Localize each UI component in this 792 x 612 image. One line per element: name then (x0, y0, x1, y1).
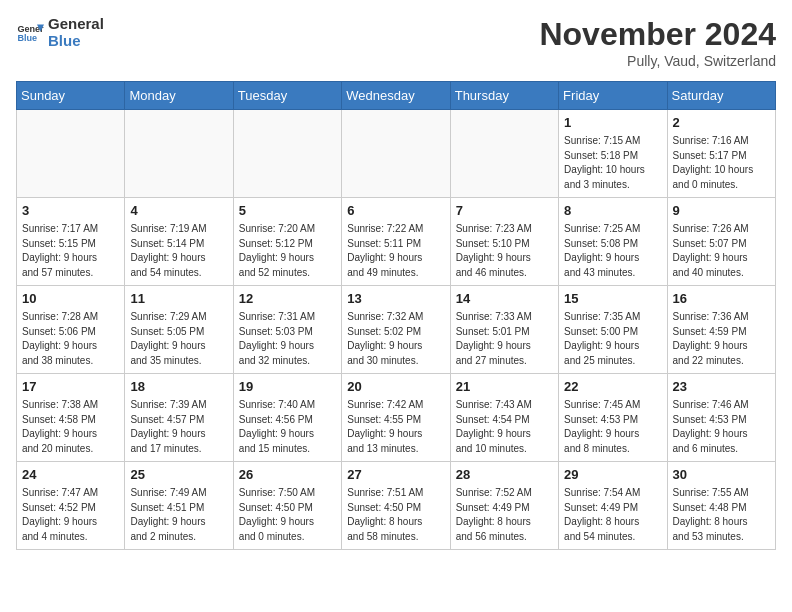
calendar-cell: 18Sunrise: 7:39 AMSunset: 4:57 PMDayligh… (125, 374, 233, 462)
logo: General Blue General Blue (16, 16, 104, 49)
day-info: Sunrise: 7:54 AMSunset: 4:49 PMDaylight:… (564, 486, 661, 544)
calendar-cell: 25Sunrise: 7:49 AMSunset: 4:51 PMDayligh… (125, 462, 233, 550)
day-number: 28 (456, 466, 553, 484)
week-row: 10Sunrise: 7:28 AMSunset: 5:06 PMDayligh… (17, 286, 776, 374)
day-info: Sunrise: 7:33 AMSunset: 5:01 PMDaylight:… (456, 310, 553, 368)
day-info: Sunrise: 7:42 AMSunset: 4:55 PMDaylight:… (347, 398, 444, 456)
calendar-cell: 24Sunrise: 7:47 AMSunset: 4:52 PMDayligh… (17, 462, 125, 550)
day-info: Sunrise: 7:43 AMSunset: 4:54 PMDaylight:… (456, 398, 553, 456)
calendar-cell: 13Sunrise: 7:32 AMSunset: 5:02 PMDayligh… (342, 286, 450, 374)
title-block: November 2024 Pully, Vaud, Switzerland (539, 16, 776, 69)
week-row: 17Sunrise: 7:38 AMSunset: 4:58 PMDayligh… (17, 374, 776, 462)
calendar: SundayMondayTuesdayWednesdayThursdayFrid… (16, 81, 776, 550)
weekday-header: Saturday (667, 82, 775, 110)
logo-icon: General Blue (16, 19, 44, 47)
day-number: 20 (347, 378, 444, 396)
day-number: 19 (239, 378, 336, 396)
week-row: 1Sunrise: 7:15 AMSunset: 5:18 PMDaylight… (17, 110, 776, 198)
day-info: Sunrise: 7:29 AMSunset: 5:05 PMDaylight:… (130, 310, 227, 368)
day-number: 30 (673, 466, 770, 484)
day-number: 14 (456, 290, 553, 308)
day-number: 22 (564, 378, 661, 396)
calendar-cell: 1Sunrise: 7:15 AMSunset: 5:18 PMDaylight… (559, 110, 667, 198)
day-info: Sunrise: 7:20 AMSunset: 5:12 PMDaylight:… (239, 222, 336, 280)
day-number: 1 (564, 114, 661, 132)
day-info: Sunrise: 7:39 AMSunset: 4:57 PMDaylight:… (130, 398, 227, 456)
day-number: 11 (130, 290, 227, 308)
calendar-cell: 4Sunrise: 7:19 AMSunset: 5:14 PMDaylight… (125, 198, 233, 286)
day-number: 4 (130, 202, 227, 220)
day-number: 9 (673, 202, 770, 220)
day-info: Sunrise: 7:55 AMSunset: 4:48 PMDaylight:… (673, 486, 770, 544)
day-number: 10 (22, 290, 119, 308)
day-number: 23 (673, 378, 770, 396)
day-info: Sunrise: 7:52 AMSunset: 4:49 PMDaylight:… (456, 486, 553, 544)
day-number: 16 (673, 290, 770, 308)
calendar-cell: 16Sunrise: 7:36 AMSunset: 4:59 PMDayligh… (667, 286, 775, 374)
day-info: Sunrise: 7:50 AMSunset: 4:50 PMDaylight:… (239, 486, 336, 544)
day-info: Sunrise: 7:49 AMSunset: 4:51 PMDaylight:… (130, 486, 227, 544)
weekday-header: Friday (559, 82, 667, 110)
calendar-cell: 17Sunrise: 7:38 AMSunset: 4:58 PMDayligh… (17, 374, 125, 462)
weekday-header: Tuesday (233, 82, 341, 110)
calendar-cell: 22Sunrise: 7:45 AMSunset: 4:53 PMDayligh… (559, 374, 667, 462)
day-info: Sunrise: 7:46 AMSunset: 4:53 PMDaylight:… (673, 398, 770, 456)
day-info: Sunrise: 7:22 AMSunset: 5:11 PMDaylight:… (347, 222, 444, 280)
day-number: 29 (564, 466, 661, 484)
day-number: 3 (22, 202, 119, 220)
calendar-cell (233, 110, 341, 198)
week-row: 24Sunrise: 7:47 AMSunset: 4:52 PMDayligh… (17, 462, 776, 550)
calendar-cell: 11Sunrise: 7:29 AMSunset: 5:05 PMDayligh… (125, 286, 233, 374)
day-number: 5 (239, 202, 336, 220)
calendar-cell: 14Sunrise: 7:33 AMSunset: 5:01 PMDayligh… (450, 286, 558, 374)
calendar-cell: 5Sunrise: 7:20 AMSunset: 5:12 PMDaylight… (233, 198, 341, 286)
day-info: Sunrise: 7:36 AMSunset: 4:59 PMDaylight:… (673, 310, 770, 368)
calendar-cell: 2Sunrise: 7:16 AMSunset: 5:17 PMDaylight… (667, 110, 775, 198)
svg-text:Blue: Blue (17, 33, 37, 43)
calendar-cell: 19Sunrise: 7:40 AMSunset: 4:56 PMDayligh… (233, 374, 341, 462)
calendar-header-row: SundayMondayTuesdayWednesdayThursdayFrid… (17, 82, 776, 110)
calendar-cell: 9Sunrise: 7:26 AMSunset: 5:07 PMDaylight… (667, 198, 775, 286)
day-info: Sunrise: 7:31 AMSunset: 5:03 PMDaylight:… (239, 310, 336, 368)
calendar-cell: 28Sunrise: 7:52 AMSunset: 4:49 PMDayligh… (450, 462, 558, 550)
day-info: Sunrise: 7:38 AMSunset: 4:58 PMDaylight:… (22, 398, 119, 456)
weekday-header: Monday (125, 82, 233, 110)
weekday-header: Thursday (450, 82, 558, 110)
day-info: Sunrise: 7:23 AMSunset: 5:10 PMDaylight:… (456, 222, 553, 280)
day-info: Sunrise: 7:47 AMSunset: 4:52 PMDaylight:… (22, 486, 119, 544)
calendar-cell: 15Sunrise: 7:35 AMSunset: 5:00 PMDayligh… (559, 286, 667, 374)
day-info: Sunrise: 7:45 AMSunset: 4:53 PMDaylight:… (564, 398, 661, 456)
day-number: 7 (456, 202, 553, 220)
day-number: 6 (347, 202, 444, 220)
day-info: Sunrise: 7:16 AMSunset: 5:17 PMDaylight:… (673, 134, 770, 192)
day-info: Sunrise: 7:15 AMSunset: 5:18 PMDaylight:… (564, 134, 661, 192)
day-number: 2 (673, 114, 770, 132)
day-info: Sunrise: 7:40 AMSunset: 4:56 PMDaylight:… (239, 398, 336, 456)
day-number: 13 (347, 290, 444, 308)
day-number: 25 (130, 466, 227, 484)
calendar-cell: 21Sunrise: 7:43 AMSunset: 4:54 PMDayligh… (450, 374, 558, 462)
calendar-cell: 30Sunrise: 7:55 AMSunset: 4:48 PMDayligh… (667, 462, 775, 550)
day-info: Sunrise: 7:19 AMSunset: 5:14 PMDaylight:… (130, 222, 227, 280)
calendar-cell: 8Sunrise: 7:25 AMSunset: 5:08 PMDaylight… (559, 198, 667, 286)
calendar-cell (342, 110, 450, 198)
calendar-cell: 27Sunrise: 7:51 AMSunset: 4:50 PMDayligh… (342, 462, 450, 550)
calendar-cell: 6Sunrise: 7:22 AMSunset: 5:11 PMDaylight… (342, 198, 450, 286)
location: Pully, Vaud, Switzerland (539, 53, 776, 69)
day-number: 12 (239, 290, 336, 308)
day-info: Sunrise: 7:51 AMSunset: 4:50 PMDaylight:… (347, 486, 444, 544)
calendar-cell: 23Sunrise: 7:46 AMSunset: 4:53 PMDayligh… (667, 374, 775, 462)
calendar-cell: 7Sunrise: 7:23 AMSunset: 5:10 PMDaylight… (450, 198, 558, 286)
day-number: 17 (22, 378, 119, 396)
calendar-cell: 12Sunrise: 7:31 AMSunset: 5:03 PMDayligh… (233, 286, 341, 374)
calendar-cell: 10Sunrise: 7:28 AMSunset: 5:06 PMDayligh… (17, 286, 125, 374)
day-info: Sunrise: 7:25 AMSunset: 5:08 PMDaylight:… (564, 222, 661, 280)
day-info: Sunrise: 7:17 AMSunset: 5:15 PMDaylight:… (22, 222, 119, 280)
day-number: 26 (239, 466, 336, 484)
day-number: 24 (22, 466, 119, 484)
month-title: November 2024 (539, 16, 776, 53)
day-number: 18 (130, 378, 227, 396)
day-info: Sunrise: 7:28 AMSunset: 5:06 PMDaylight:… (22, 310, 119, 368)
weekday-header: Wednesday (342, 82, 450, 110)
calendar-cell: 26Sunrise: 7:50 AMSunset: 4:50 PMDayligh… (233, 462, 341, 550)
